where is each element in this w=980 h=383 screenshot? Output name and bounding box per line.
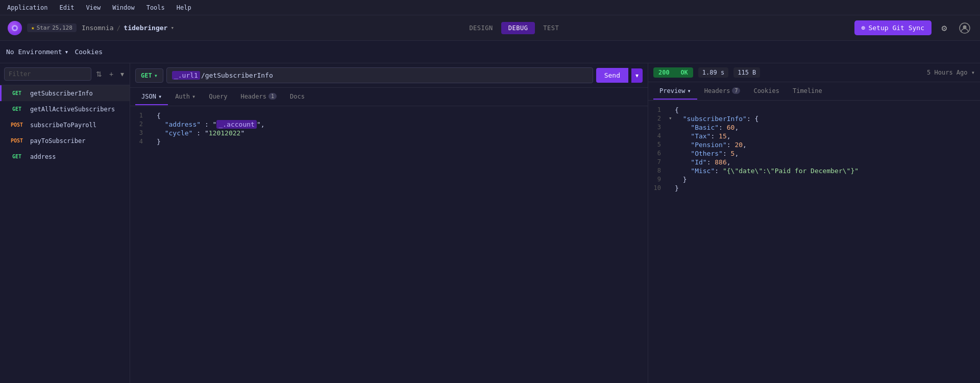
code-line: 10 }: [648, 184, 980, 193]
auth-chevron-icon: ▾: [192, 93, 195, 100]
status-badge: 200 OK: [653, 67, 693, 78]
code-line: 5 "Pension": 20,: [648, 140, 980, 149]
user-icon[interactable]: [957, 20, 972, 36]
filter-sort-button[interactable]: ⇅: [93, 68, 105, 80]
star-icon: ★: [31, 25, 35, 31]
json-dropdown-icon: ▾: [158, 93, 162, 100]
breadcrumb-app: Insomnia: [82, 24, 114, 32]
endpoint-name: address: [30, 153, 56, 160]
tab-timeline[interactable]: Timeline: [787, 83, 828, 100]
git-sync-label: Setup Git Sync: [868, 24, 924, 32]
git-sync-button[interactable]: ⊕ Setup Git Sync: [854, 20, 932, 35]
preview-chevron-icon: ▾: [688, 87, 691, 94]
sidebar-item-getallactivesubscribers[interactable]: GET getAllActiveSubscribers: [0, 101, 130, 117]
sidebar-item-paytosubscriber[interactable]: POST payToSubscriber: [0, 133, 130, 149]
sidebar-item-getsubscriberinfo[interactable]: GET getSubscriberInfo: [0, 85, 130, 101]
add-request-button[interactable]: +: [107, 68, 116, 80]
svg-point-1: [13, 27, 16, 30]
breadcrumb: Insomnia / tidebringer ▾: [82, 24, 174, 32]
send-button[interactable]: Send: [596, 68, 628, 83]
mode-test-button[interactable]: TEST: [536, 22, 566, 34]
cookies-button[interactable]: Cookies: [75, 48, 103, 56]
url-bar: GET ▾ _.url1 /getSubscriberInfo Send ▾: [130, 63, 648, 88]
code-line: 6 "Others": 5,: [648, 149, 980, 158]
main-layout: ⇅ + ▾ GET getSubscriberInfo GET getAllAc…: [0, 63, 980, 383]
endpoint-name: subscribeToPayroll: [30, 122, 96, 129]
response-body-viewer: 1 { 2 ▾ "subscriberInfo": { 3 "Basic": 6…: [648, 101, 980, 383]
send-chevron-button[interactable]: ▾: [631, 68, 643, 83]
code-line: 4 }: [130, 137, 648, 146]
environment-selector[interactable]: No Environment ▾: [6, 48, 68, 56]
mode-design-button[interactable]: DESIGN: [462, 22, 500, 34]
star-count: 25,128: [52, 25, 72, 31]
menu-view[interactable]: View: [84, 3, 103, 12]
response-timestamp: 5 Hours Ago ▾: [927, 69, 975, 76]
mode-switcher: DESIGN DEBUG TEST: [462, 22, 566, 34]
code-line: 1 {: [130, 111, 648, 120]
star-label: Star: [37, 25, 51, 31]
title-right: ⊕ Setup Git Sync ⚙: [854, 20, 972, 36]
mode-debug-button[interactable]: DEBUG: [501, 22, 535, 34]
response-time: 1.89 s: [698, 67, 728, 78]
toolbar-left: No Environment ▾ Cookies: [6, 48, 103, 56]
response-size: 115 B: [733, 67, 760, 78]
tab-preview[interactable]: Preview ▾: [653, 83, 697, 100]
response-panel: 200 OK 1.89 s 115 B 5 Hours Ago ▾ Previe…: [648, 63, 980, 383]
request-tab-bar: JSON ▾ Auth ▾ Query Headers 1 Docs: [130, 88, 648, 106]
response-tab-bar: Preview ▾ Headers 7 Cookies Timeline: [648, 82, 980, 101]
tab-docs[interactable]: Docs: [284, 89, 311, 105]
filter-options-button[interactable]: ▾: [118, 68, 127, 80]
timestamp-chevron-icon: ▾: [971, 69, 975, 76]
url-input[interactable]: _.url1 /getSubscriberInfo: [166, 67, 593, 83]
title-bar: ★ Star 25,128 Insomnia / tidebringer ▾ D…: [0, 15, 980, 41]
url-variable: _.url1: [172, 71, 200, 80]
code-line: 4 "Tax": 15,: [648, 132, 980, 140]
request-body-editor[interactable]: 1 { 2 "address" : "_.account", 3 "cycle"…: [130, 106, 648, 383]
menu-bar: Application Edit View Window Tools Help: [0, 0, 980, 15]
tab-response-headers[interactable]: Headers 7: [698, 83, 747, 100]
git-icon: ⊕: [862, 24, 866, 32]
method-selector[interactable]: GET ▾: [135, 68, 163, 83]
url-path: /getSubscriberInfo: [201, 71, 273, 79]
method-badge-get: GET: [8, 89, 26, 97]
endpoint-name: getSubscriberInfo: [30, 90, 93, 97]
request-panel: GET ▾ _.url1 /getSubscriberInfo Send ▾ J…: [130, 63, 648, 383]
sidebar-item-subscribetopayroll[interactable]: POST subscribeToPayroll: [0, 117, 130, 133]
code-line: 9 }: [648, 175, 980, 184]
env-chevron-icon: ▾: [65, 48, 69, 56]
response-headers-badge: 7: [732, 87, 740, 94]
settings-icon[interactable]: ⚙: [937, 20, 952, 36]
filter-input[interactable]: [4, 67, 91, 81]
method-label: GET: [141, 72, 152, 79]
endpoint-name: getAllActiveSubscribers: [30, 106, 115, 113]
endpoint-name: payToSubscriber: [30, 137, 85, 145]
sidebar-filter-bar: ⇅ + ▾: [0, 63, 130, 85]
chevron-down-icon[interactable]: ▾: [170, 25, 174, 31]
sidebar-item-address[interactable]: GET address: [0, 149, 130, 164]
tab-response-cookies[interactable]: Cookies: [747, 83, 786, 100]
response-header: 200 OK 1.89 s 115 B 5 Hours Ago ▾: [648, 63, 980, 82]
tab-json[interactable]: JSON ▾: [135, 89, 168, 105]
tab-query[interactable]: Query: [203, 89, 233, 105]
menu-application[interactable]: Application: [5, 3, 50, 12]
status-text: OK: [680, 69, 688, 76]
app-logo: [8, 21, 22, 35]
method-badge-get: GET: [8, 105, 26, 113]
breadcrumb-project: tidebringer: [124, 24, 167, 32]
code-line: 3 "cycle" : "12012022": [130, 129, 648, 137]
code-line: 7 "Id": 886,: [648, 158, 980, 166]
tab-headers[interactable]: Headers 1: [234, 89, 283, 105]
tab-auth[interactable]: Auth ▾: [169, 89, 202, 105]
method-chevron-icon: ▾: [154, 72, 158, 79]
method-badge-post: POST: [8, 137, 26, 145]
menu-window[interactable]: Window: [110, 3, 136, 12]
breadcrumb-separator: /: [117, 24, 121, 32]
code-line: 8 "Misc": "{\"date\":\"Paid for December…: [648, 166, 980, 175]
status-code: 200: [658, 69, 670, 76]
menu-edit[interactable]: Edit: [57, 3, 76, 12]
code-line: 2 "address" : "_.account",: [130, 120, 648, 129]
star-badge[interactable]: ★ Star 25,128: [27, 23, 77, 32]
menu-tools[interactable]: Tools: [144, 3, 167, 12]
method-badge-post: POST: [8, 121, 26, 129]
menu-help[interactable]: Help: [175, 3, 193, 12]
